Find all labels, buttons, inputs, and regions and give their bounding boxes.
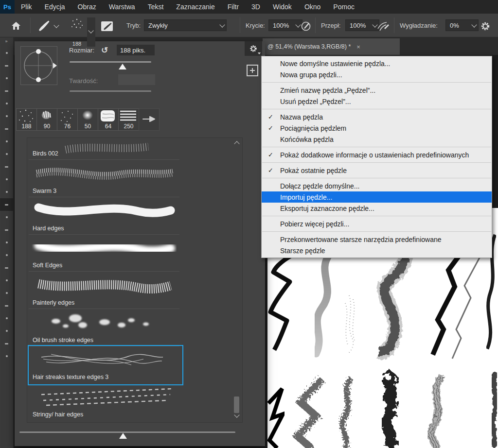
menu-tekst[interactable]: Tekst [142,0,170,14]
opacity-pressure-icon[interactable] [300,20,312,32]
brush-tool-chevron[interactable] [53,22,59,28]
menu-item-brush-stroke[interactable]: ✓Pociągnięcia pędzlem [262,122,492,134]
krycie-select[interactable]: 100% [268,19,302,31]
brush-tool-icon[interactable] [36,19,52,32]
tool-slot[interactable] [0,261,13,274]
preset-tile-50[interactable]: 50 [77,108,98,131]
menu-okno[interactable]: Okno [298,0,327,14]
tool-slot[interactable] [0,160,13,173]
wygladzanie-chevron [471,22,477,27]
tool-slot[interactable] [0,122,13,135]
przepl-select[interactable]: 100% [345,19,379,31]
document-tab[interactable]: @ 51,4% (Warstwa 3,RGB/8) * × [263,38,400,55]
menu-item-brush-name[interactable]: ✓Nazwa pędzla [262,111,492,122]
wygladzanie-select[interactable]: 0% [445,19,479,31]
brush-row-soft-edges[interactable]: Soft Edges [29,234,179,272]
brush-row-swarm-3[interactable]: Swarm 3 [29,160,179,197]
tool-slot[interactable] [0,211,13,224]
tool-slot[interactable] [0,287,13,299]
tool-slot-selected[interactable] [0,198,13,211]
menu-item-rename-brush[interactable]: Zmień nazwę pędzla „Pędzel”... [262,85,492,96]
tryb-select[interactable]: Zwykły [144,19,227,31]
scroll-down-icon[interactable] [234,412,239,417]
menu-item-legacy-brushes[interactable]: Starsze pędzle [262,245,492,256]
menu-filtr[interactable]: Filtr [221,0,245,14]
new-brush-button[interactable] [247,65,258,76]
menu-obraz[interactable]: Obraz [71,0,103,14]
list-scrollbar[interactable] [233,140,240,419]
preset-tile-90[interactable]: 90 [36,108,57,131]
brush-preview-icon[interactable] [70,17,84,29]
preview-zoom-slider-track[interactable] [19,431,235,433]
tool-slot[interactable] [0,85,13,97]
preset-tile-more[interactable] [139,108,160,131]
brush-row-hard-edges[interactable]: Hard edges [29,197,179,235]
brush-row-oil-brush[interactable]: Oil brush stroke edges [29,309,179,346]
tool-slot[interactable] [0,148,13,160]
tool-slot[interactable] [0,72,13,85]
menu-item-get-more-brushes[interactable]: Pobierz więcej pędzli... [262,218,492,229]
menu-separator [262,109,491,109]
tool-slot[interactable] [0,274,13,287]
size-slider-track[interactable] [70,61,151,63]
preset-tile-76[interactable]: 76 [57,108,78,131]
menu-item-export-selected-brushes[interactable]: Eksportuj zaznaczone pędzle... [262,203,492,214]
tool-slot[interactable] [0,97,13,110]
reset-size-icon[interactable]: ↺ [101,45,108,55]
brush-row-painterly-edges[interactable]: Painterly edges [29,272,179,309]
preset-tile-64[interactable]: 64 [98,108,119,131]
tool-slot[interactable] [0,59,13,72]
home-icon[interactable] [9,20,23,31]
scroll-up-icon[interactable] [234,141,239,146]
tool-slot[interactable] [0,299,13,312]
tool-slot[interactable] [0,337,13,350]
panel-gear-button[interactable] [245,41,262,56]
rozmiar-field[interactable]: 188 piks. [117,45,155,55]
tool-slot[interactable] [0,47,13,59]
menu-pomoc[interactable]: Pomoc [327,0,361,14]
tool-slot[interactable] [0,135,13,148]
airbrush-icon[interactable] [376,20,390,32]
tool-slot[interactable] [0,249,13,261]
brush-settings-gear-icon[interactable] [479,20,492,33]
preview-zoom-slider-thumb[interactable] [119,433,127,439]
toolbar-expand-icon[interactable]: » [0,37,13,47]
preset-tile-188[interactable]: 188 [16,108,37,131]
brush-angle-control[interactable] [20,46,57,85]
menu-item-converted-legacy-presets[interactable]: Przekonwertowane starsze narzędzia prede… [262,234,492,245]
menu-item-new-brush-group[interactable]: Nowa grupa pędzli... [262,69,492,80]
tab-close-icon[interactable]: × [356,43,360,51]
menu-edycja[interactable]: Edycja [38,0,71,14]
brush-list: Birds 002 Swarm 3 Hard edges Soft Edges [27,138,243,423]
menu-widok[interactable]: Widok [267,0,298,14]
tool-slot[interactable] [0,173,13,186]
brush-row-birds-002[interactable]: Birds 002 [29,138,179,160]
menu-zaznaczanie[interactable]: Zaznaczanie [170,0,221,14]
menu-item-append-default-brushes[interactable]: Dołącz pędzle domyślne... [262,180,492,191]
menu-item-import-brushes[interactable]: Importuj pędzle... [262,191,492,203]
tool-slot[interactable] [0,236,13,249]
brush-preview-dropdown[interactable] [87,17,95,47]
menu-item-delete-brush[interactable]: Usuń pędzel „Pędzel”... [262,96,492,107]
menu-plik[interactable]: Plik [15,0,38,14]
menu-item-new-default-brush[interactable]: Nowe domyślne ustawienie pędzla... [262,58,492,69]
tool-slot[interactable] [0,312,13,325]
menu-item-brush-tip[interactable]: Końcówka pędzla [262,134,492,145]
brush-row-stringy-hair[interactable]: Stringy/ hair edges [29,383,179,420]
tool-slot[interactable] [0,186,13,198]
brush-name: Stringy/ hair edges [33,411,83,418]
toggle-brush-panel-icon[interactable] [100,20,114,32]
size-slider-thumb[interactable] [119,64,126,69]
menubar: Ps Plik Edycja Obraz Warstwa Tekst Zazna… [0,0,498,14]
tool-slot[interactable] [0,110,13,122]
tool-slot[interactable] [0,325,13,337]
menu-separator [262,82,491,83]
menu-warstwa[interactable]: Warstwa [103,0,142,14]
menu-item-show-recent-brushes[interactable]: ✓Pokaż ostatnie pędzle [262,165,492,176]
tool-slot[interactable] [0,350,13,362]
menu-3d[interactable]: 3D [245,0,267,14]
menu-item-show-additional-info[interactable]: ✓Pokaż dodatkowe informacje o ustawienia… [262,149,492,160]
preset-tile-250[interactable]: 250 [118,108,139,131]
scrollbar-thumb[interactable] [234,396,239,413]
tool-slot[interactable] [0,224,13,236]
